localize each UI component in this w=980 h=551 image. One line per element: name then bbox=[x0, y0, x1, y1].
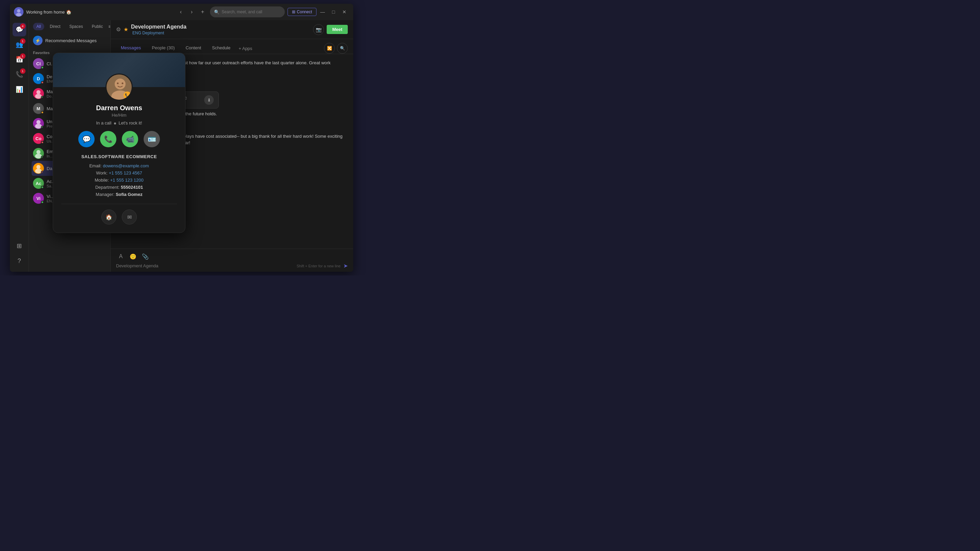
filter-tab-direct[interactable]: Direct bbox=[46, 23, 64, 30]
emoji-button[interactable]: 🙂 bbox=[128, 252, 138, 261]
recommended-icon: ⚡ bbox=[33, 36, 43, 45]
card-contact-card-button[interactable]: 🪪 bbox=[143, 131, 160, 147]
svg-point-2 bbox=[16, 13, 21, 16]
contact-avatar-ma bbox=[33, 88, 44, 99]
status-dot-cl bbox=[41, 66, 44, 69]
card-profile-button[interactable]: 🏠 bbox=[102, 210, 116, 224]
calls-badge: 1 bbox=[20, 68, 25, 74]
card-actions: 💬 📞 📹 🪪 bbox=[61, 131, 177, 147]
compose-input[interactable] bbox=[116, 263, 294, 268]
channel-tabs: Messages People (30) Content Schedule + … bbox=[111, 39, 353, 54]
compose-input-row: Shift + Enter for a new line ➤ bbox=[116, 263, 348, 269]
title-bar: Working from home 🏠 ‹ › + 🔍 ⊞ Connect — … bbox=[10, 4, 353, 20]
channel-header-actions: 📷 Meet bbox=[313, 24, 348, 35]
minimize-button[interactable]: — bbox=[318, 7, 327, 17]
sidebar-icon-calls[interactable]: 📞 1 bbox=[13, 68, 26, 81]
card-call-button[interactable]: 📞 bbox=[100, 131, 116, 147]
card-contact-name: Darren Owens bbox=[61, 104, 177, 112]
contact-avatar-co: Co bbox=[33, 133, 44, 144]
connect-button[interactable]: ⊞ Connect bbox=[288, 8, 317, 16]
card-mobile-link[interactable]: +1 555 123 1200 bbox=[110, 178, 143, 183]
help-icon: ? bbox=[18, 257, 21, 265]
channel-subtitle[interactable]: ENG Deployment bbox=[132, 30, 186, 35]
svg-point-15 bbox=[122, 83, 124, 84]
status-dot-co bbox=[41, 141, 44, 144]
send-button[interactable]: ➤ bbox=[343, 263, 348, 269]
card-avatar-wrap: 📞 bbox=[105, 73, 133, 101]
contact-avatar-cl: Cl bbox=[33, 58, 44, 69]
card-mobile-label: Mobile: bbox=[95, 178, 109, 183]
app-title: Working from home 🏠 bbox=[26, 10, 173, 14]
card-department-value: 555024101 bbox=[121, 185, 143, 190]
filter-menu-button[interactable]: ≡ bbox=[108, 24, 111, 29]
camera-button[interactable]: 📷 bbox=[313, 24, 324, 35]
contacts-badge: 1 bbox=[20, 38, 25, 44]
svg-point-3 bbox=[37, 90, 40, 94]
card-chat-button[interactable]: 💬 bbox=[78, 131, 95, 147]
card-mobile-row: Mobile: +1 555 123 1200 bbox=[61, 178, 177, 183]
nav-back-button[interactable]: ‹ bbox=[176, 7, 185, 17]
contact-avatar-ac: Ac bbox=[33, 178, 44, 189]
recommended-label: Recommended Messages bbox=[45, 38, 97, 43]
card-status-separator bbox=[114, 122, 116, 124]
status-dot-un bbox=[41, 126, 44, 129]
tab-schedule[interactable]: Schedule bbox=[207, 43, 235, 54]
channel-star-icon[interactable]: ★ bbox=[124, 26, 128, 33]
card-email-link[interactable]: dowens@example.com bbox=[103, 163, 149, 168]
nav-forward-button[interactable]: › bbox=[187, 7, 196, 17]
analytics-icon: 📊 bbox=[16, 86, 23, 93]
calendar-badge: 1 bbox=[20, 53, 25, 59]
contact-avatar-em bbox=[33, 148, 44, 159]
card-call-icon: 📞 bbox=[104, 135, 113, 143]
nav-new-tab-button[interactable]: + bbox=[198, 7, 207, 17]
sidebar-icon-calendar[interactable]: 📅 1 bbox=[13, 53, 26, 66]
card-avatar: 📞 bbox=[105, 73, 133, 101]
card-body: Darren Owens He/Him In a call Let's rock… bbox=[53, 87, 185, 233]
status-dot-ac bbox=[41, 186, 44, 189]
status-dot-em bbox=[41, 156, 44, 159]
close-button[interactable]: ✕ bbox=[340, 7, 349, 17]
card-email-button[interactable]: ✉ bbox=[122, 210, 137, 224]
tab-apps[interactable]: + Apps bbox=[237, 43, 254, 54]
status-dot-da bbox=[41, 171, 44, 174]
search-messages-button[interactable]: 🔍 bbox=[337, 43, 348, 54]
card-profile-icon: 🏠 bbox=[105, 214, 112, 221]
tab-messages[interactable]: Messages bbox=[116, 43, 146, 54]
user-avatar[interactable] bbox=[14, 7, 24, 17]
card-email-label: Email: bbox=[89, 163, 102, 168]
filter-tab-spaces[interactable]: Spaces bbox=[66, 23, 86, 30]
sidebar-icon-contacts[interactable]: 👥 1 bbox=[13, 38, 26, 51]
filter-tab-public[interactable]: Public bbox=[89, 23, 107, 30]
card-status-message: Let's rock it! bbox=[119, 121, 142, 125]
contact-avatar-vi: Vi bbox=[33, 193, 44, 204]
sidebar-icon-chat[interactable]: 💬 4 bbox=[13, 23, 26, 37]
channel-gear-icon[interactable]: ⚙ bbox=[116, 26, 121, 33]
filter-tab-all[interactable]: All bbox=[33, 23, 44, 30]
format-button[interactable]: A bbox=[116, 252, 126, 261]
tab-people[interactable]: People (30) bbox=[147, 43, 179, 54]
card-email-icon: ✉ bbox=[127, 214, 132, 221]
card-work-phone-link[interactable]: +1 555 123 4567 bbox=[109, 170, 142, 176]
contact-avatar-de: D bbox=[33, 73, 44, 84]
compose-tools: A 🙂 📎 bbox=[116, 252, 348, 261]
card-footer-actions: 🏠 ✉ bbox=[61, 204, 177, 224]
svg-point-7 bbox=[37, 150, 40, 154]
card-status: In a call Let's rock it! bbox=[61, 121, 177, 125]
maximize-button[interactable]: □ bbox=[329, 7, 338, 17]
thread-icon-button[interactable]: 🔀 bbox=[324, 43, 335, 54]
search-input[interactable] bbox=[221, 10, 276, 14]
sidebar-icon-help[interactable]: ? bbox=[13, 254, 26, 268]
svg-point-14 bbox=[117, 83, 119, 84]
sidebar-icon-apps[interactable]: ⊞ bbox=[13, 239, 26, 253]
card-video-button[interactable]: 📹 bbox=[122, 131, 138, 147]
meet-button[interactable]: Meet bbox=[327, 25, 348, 34]
channel-header-info: Development Agenda ENG Deployment bbox=[131, 24, 186, 35]
card-manager-value: Sofia Gomez bbox=[116, 192, 143, 197]
search-bar: 🔍 bbox=[210, 6, 285, 17]
tab-content[interactable]: Content bbox=[181, 43, 206, 54]
recommended-messages[interactable]: ⚡ Recommended Messages bbox=[29, 33, 110, 48]
download-button[interactable]: ⬇ bbox=[204, 95, 214, 105]
attachment-button[interactable]: 📎 bbox=[140, 252, 150, 261]
card-manager-label: Manager: bbox=[95, 192, 115, 197]
sidebar-icon-analytics[interactable]: 📊 bbox=[13, 83, 26, 96]
